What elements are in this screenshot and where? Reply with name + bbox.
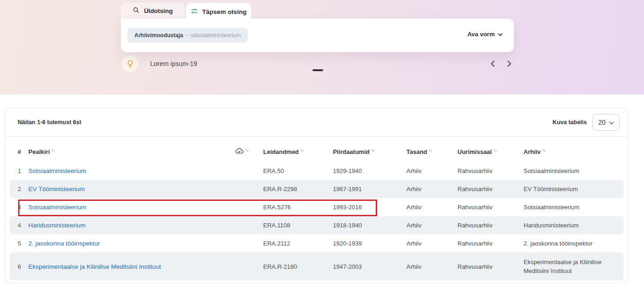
row-number: 5 <box>10 240 28 247</box>
archive-name: 2. jaoskonna tööinspektor <box>524 239 624 248</box>
table-header-row: # Pealkiri↑↓ ↑↓ Leidandmed↑↓ Piirdaatumi… <box>10 137 624 162</box>
chevron-down-icon <box>498 31 503 38</box>
results-summary: Näitan 1-6 tulemust 6st <box>18 119 81 126</box>
table-row-6: 6 Eksperimentaalse ja Kliinilise Meditsi… <box>10 253 624 280</box>
carousel-indicator[interactable] <box>312 69 323 71</box>
result-title: EV Tööministeerium <box>28 186 235 193</box>
reading-room: Rahvusarhiiv <box>458 204 524 211</box>
reference-code: ERA.5276 <box>263 204 333 211</box>
column-header-digitized[interactable]: ↑↓ <box>235 148 263 155</box>
row-number: 1 <box>10 167 28 174</box>
archive-name: Sotsiaalministeerium <box>524 203 624 212</box>
reference-code: ERA.R-2298 <box>263 186 333 193</box>
archive-name: EV Tööministeerium <box>524 185 624 194</box>
per-page-value: 20 <box>598 119 606 126</box>
suggestion-label: Lorem ipsum-19 <box>150 60 197 67</box>
per-page-select[interactable]: 20 <box>592 114 620 131</box>
result-title-link[interactable]: Sotsiaalministeerium <box>28 167 86 174</box>
level: Arhiiv <box>406 240 458 247</box>
tab-label: Üldotsing <box>144 7 173 14</box>
per-page-label: Kuva tabelis <box>552 119 587 126</box>
sort-icon: ↑↓ <box>300 148 304 153</box>
row-number: 2 <box>10 186 28 193</box>
result-title-link[interactable]: Sotsiaalministeerium <box>28 204 86 211</box>
column-header-room[interactable]: Uurimissaal↑↓ <box>458 148 524 155</box>
open-form-button[interactable]: Ava vorm <box>467 31 503 38</box>
chevron-down-icon <box>609 119 614 126</box>
reference-code: ERA.2112 <box>263 240 333 247</box>
date-range: 1929-1940 <box>333 167 406 174</box>
sort-icon: ↑↓ <box>542 148 545 153</box>
results-toolbar: Näitan 1-6 tulemust 6st Kuva tabelis 20 <box>5 108 628 137</box>
column-header-num: # <box>10 148 28 155</box>
advanced-search-panel: Arhiivimoodustaja ~ sotsiaalministeerium… <box>121 19 514 52</box>
level: Arhiiv <box>406 204 458 211</box>
column-header-dates[interactable]: Piirdaatumid↑↓ <box>333 148 406 155</box>
date-range: 1967-1991 <box>333 186 406 193</box>
column-header-archive[interactable]: Arhiiv↑↓ <box>524 148 624 155</box>
reading-room: Rahvusarhiiv <box>458 167 524 174</box>
sliders-icon <box>191 7 198 16</box>
results-card: Näitan 1-6 tulemust 6st Kuva tabelis 20 … <box>5 108 629 283</box>
chevron-right-icon[interactable] <box>504 59 514 69</box>
reading-room: Rahvusarhiiv <box>458 222 524 229</box>
filter-chip-arhiivimoodustaja[interactable]: Arhiivimoodustaja ~ sotsiaalministeerium <box>127 28 248 43</box>
reading-room: Rahvusarhiiv <box>458 186 524 193</box>
archive-name: Eksperimentaalse ja Kliinilise Meditsiin… <box>524 258 624 276</box>
archive-name: Sotsiaalministeerium <box>524 166 624 176</box>
date-range: 1947-2003 <box>333 263 406 270</box>
column-header-ref[interactable]: Leidandmed↑↓ <box>263 148 333 155</box>
reference-code: ERA.R-2180 <box>263 263 333 270</box>
chevron-left-icon[interactable] <box>487 59 498 69</box>
date-range: 1993-2016 <box>333 204 406 211</box>
level: Arhiiv <box>406 263 458 270</box>
sort-icon: ↑↓ <box>51 148 54 153</box>
row-number: 4 <box>10 222 28 229</box>
table-row-5: 5 2. jaoskonna tööinspektor ERA.2112 192… <box>10 234 624 253</box>
suggestion-item[interactable]: Lorem ipsum-19 <box>122 55 197 72</box>
date-range: 1920-1939 <box>333 240 406 247</box>
lightbulb-icon <box>122 55 139 72</box>
result-title: Sotsiaalministeerium <box>28 167 235 174</box>
level: Arhiiv <box>406 222 458 229</box>
reference-code: ERA.50 <box>263 167 333 174</box>
result-title: Haridusministeerium <box>28 222 235 229</box>
sort-icon: ↑↓ <box>429 148 432 153</box>
result-title-link[interactable]: 2. jaoskonna tööinspektor <box>28 240 100 247</box>
suggestion-pager <box>487 59 514 69</box>
result-title-link[interactable]: Eksperimentaalse ja Kliinilise Meditsiin… <box>28 263 161 270</box>
filter-field-label: Arhiivimoodustaja <box>134 32 183 39</box>
reading-room: Rahvusarhiiv <box>458 263 524 270</box>
result-title: Eksperimentaalse ja Kliinilise Meditsiin… <box>28 263 235 270</box>
sort-icon: ↑↓ <box>371 148 374 153</box>
column-header-title[interactable]: Pealkiri↑↓ <box>28 148 235 155</box>
reference-code: ERA.1108 <box>263 222 333 229</box>
results-table: # Pealkiri↑↓ ↑↓ Leidandmed↑↓ Piirdaatumi… <box>10 137 624 280</box>
hero-gradient-banner: Üldotsing Täpsem otsing Arhiivimoodustaj… <box>0 0 644 94</box>
row-number: 6 <box>10 263 28 270</box>
level: Arhiiv <box>406 186 458 193</box>
table-row-3-highlighted: 3 Sotsiaalministeerium ERA.5276 1993-201… <box>10 198 624 216</box>
row-number: 3 <box>10 204 28 211</box>
result-title: Sotsiaalministeerium <box>28 204 235 211</box>
filter-value-label: ~ sotsiaalministeerium <box>186 32 241 39</box>
column-header-level[interactable]: Tasand↑↓ <box>406 148 458 155</box>
level: Arhiiv <box>406 167 458 174</box>
open-form-label: Ava vorm <box>467 31 495 38</box>
table-row-2: 2 EV Tööministeerium ERA.R-2298 1967-199… <box>10 180 624 198</box>
tab-general-search[interactable]: Üldotsing <box>121 3 185 19</box>
result-title-link[interactable]: Haridusministeerium <box>28 222 86 229</box>
reading-room: Rahvusarhiiv <box>458 240 524 247</box>
archive-name: Haridusministeerium <box>524 221 624 230</box>
date-range: 1918-1940 <box>333 222 406 229</box>
sort-icon: ↑↓ <box>245 148 248 153</box>
cloud-icon <box>235 148 244 155</box>
per-page-control: Kuva tabelis 20 <box>552 114 620 131</box>
sort-icon: ↑↓ <box>493 148 497 153</box>
tab-advanced-search[interactable]: Täpsem otsing <box>186 3 251 20</box>
table-row-4: 4 Haridusministeerium ERA.1108 1918-1940… <box>10 216 624 234</box>
search-icon <box>133 7 139 15</box>
result-title-link[interactable]: EV Tööministeerium <box>28 186 85 193</box>
table-row-1: 1 Sotsiaalministeerium ERA.50 1929-1940 … <box>10 162 624 180</box>
tab-label: Täpsem otsing <box>202 8 246 15</box>
